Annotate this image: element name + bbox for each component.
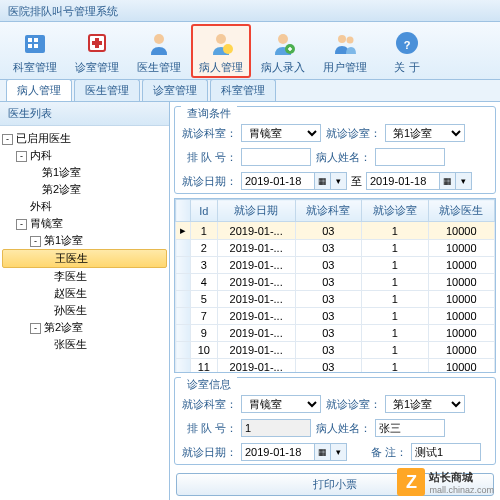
toolbar-about[interactable]: ? 关 于 xyxy=(377,24,437,78)
table-row[interactable]: 112019-01-...03110000 xyxy=(176,359,495,374)
collapse-icon[interactable]: - xyxy=(2,134,13,145)
svg-point-11 xyxy=(278,34,288,44)
tab-room[interactable]: 诊室管理 xyxy=(142,79,208,101)
tab-strip: 病人管理 医生管理 诊室管理 科室管理 xyxy=(0,80,500,102)
date-from-input[interactable] xyxy=(241,172,315,190)
tree-node[interactable]: 赵医生 xyxy=(2,285,167,302)
col-doctor[interactable]: 就诊医生 xyxy=(428,200,494,222)
tree-node[interactable]: 孙医生 xyxy=(2,302,167,319)
name-input[interactable] xyxy=(375,419,445,437)
queue-input[interactable] xyxy=(241,148,311,166)
table-row[interactable]: 102019-01-...03110000 xyxy=(176,342,495,359)
name-label: 病人姓名： xyxy=(315,421,371,436)
table-row[interactable]: 72019-01-...03110000 xyxy=(176,308,495,325)
cell: 1 xyxy=(362,240,428,257)
toolbar-label: 用户管理 xyxy=(323,60,367,75)
toolbar-label: 医生管理 xyxy=(137,60,181,75)
queue-input xyxy=(241,419,311,437)
table-row[interactable]: 92019-01-...03110000 xyxy=(176,325,495,342)
dept-select[interactable]: 胃镜室 xyxy=(241,395,321,413)
title-bar: 医院排队叫号管理系统 xyxy=(0,0,500,22)
cell: 1 xyxy=(362,325,428,342)
tree-node[interactable]: 张医生 xyxy=(2,336,167,353)
name-input[interactable] xyxy=(375,148,445,166)
cell: 1 xyxy=(362,291,428,308)
table-row[interactable]: 32019-01-...03110000 xyxy=(176,257,495,274)
cell: 03 xyxy=(295,257,361,274)
collapse-icon[interactable]: - xyxy=(16,219,27,230)
cell: 2019-01-... xyxy=(217,342,295,359)
cell: 03 xyxy=(295,291,361,308)
tree-node[interactable]: -第1诊室 xyxy=(2,232,167,249)
svg-rect-1 xyxy=(28,38,32,42)
cell: 10000 xyxy=(428,274,494,291)
tree-node[interactable]: 外科 xyxy=(2,198,167,215)
tree-node[interactable]: -胃镜室 xyxy=(2,215,167,232)
dropdown-icon[interactable]: ▾ xyxy=(331,443,347,461)
col-id[interactable]: Id xyxy=(191,200,218,222)
calendar-icon[interactable]: ▦ xyxy=(440,172,456,190)
cell: 10000 xyxy=(428,359,494,374)
tab-patient[interactable]: 病人管理 xyxy=(6,79,72,101)
date-input[interactable] xyxy=(241,443,315,461)
cell: 03 xyxy=(295,240,361,257)
svg-text:?: ? xyxy=(404,39,411,51)
tree-node[interactable]: -第2诊室 xyxy=(2,319,167,336)
toolbar-patient-mgmt[interactable]: 病人管理 xyxy=(191,24,251,78)
toolbar-label: 关 于 xyxy=(394,60,419,75)
dropdown-icon[interactable]: ▾ xyxy=(331,172,347,190)
dept-select[interactable]: 胃镜室 xyxy=(241,124,321,142)
svg-point-14 xyxy=(347,36,354,43)
row-marker xyxy=(176,240,191,257)
tree-node[interactable]: -内科 xyxy=(2,147,167,164)
dropdown-icon[interactable]: ▾ xyxy=(456,172,472,190)
toolbar-user-mgmt[interactable]: 用户管理 xyxy=(315,24,375,78)
tree-root[interactable]: -已启用医生 xyxy=(2,130,167,147)
left-panel-title: 医生列表 xyxy=(0,102,169,126)
doctor-tree[interactable]: -已启用医生 -内科 第1诊室 第2诊室 外科 -胃镜室 -第1诊室 王医生 李… xyxy=(0,126,169,500)
toolbar-patient-entry[interactable]: 病人录入 xyxy=(253,24,313,78)
table-row[interactable]: 22019-01-...03110000 xyxy=(176,240,495,257)
tab-dept[interactable]: 科室管理 xyxy=(210,79,276,101)
room-label: 就诊诊室： xyxy=(325,126,381,141)
cell: 03 xyxy=(295,274,361,291)
to-label: 至 xyxy=(351,174,362,189)
svg-point-9 xyxy=(216,34,226,44)
cell: 10000 xyxy=(428,325,494,342)
toolbar-room-mgmt[interactable]: 诊室管理 xyxy=(67,24,127,78)
date-to-input[interactable] xyxy=(366,172,440,190)
tree-node[interactable]: 李医生 xyxy=(2,268,167,285)
tree-node[interactable]: 第1诊室 xyxy=(2,164,167,181)
cell: 5 xyxy=(191,291,218,308)
calendar-icon[interactable]: ▦ xyxy=(315,443,331,461)
tree-node-selected[interactable]: 王医生 xyxy=(2,249,167,268)
remark-label: 备 注： xyxy=(351,445,407,460)
date-label: 就诊日期： xyxy=(181,174,237,189)
table-row[interactable]: 42019-01-...03110000 xyxy=(176,274,495,291)
col-room[interactable]: 就诊诊室 xyxy=(362,200,428,222)
svg-rect-4 xyxy=(34,44,38,48)
calendar-icon[interactable]: ▦ xyxy=(315,172,331,190)
collapse-icon[interactable]: - xyxy=(16,151,27,162)
remark-input[interactable] xyxy=(411,443,481,461)
table-row[interactable]: ▸12019-01-...03110000 xyxy=(176,222,495,240)
table-row[interactable]: 52019-01-...03110000 xyxy=(176,291,495,308)
cell: 2019-01-... xyxy=(217,291,295,308)
data-grid[interactable]: Id 就诊日期 就诊科室 就诊诊室 就诊医生 ▸12019-01-...0311… xyxy=(174,198,496,373)
detail-group: 诊室信息 就诊科室： 胃镜室 就诊诊室： 第1诊室 排 队 号： 病人姓名： 就… xyxy=(174,377,496,465)
row-marker xyxy=(176,359,191,374)
toolbar-doctor-mgmt[interactable]: 医生管理 xyxy=(129,24,189,78)
tab-doctor[interactable]: 医生管理 xyxy=(74,79,140,101)
users-icon xyxy=(330,28,360,58)
room-select[interactable]: 第1诊室 xyxy=(385,395,465,413)
queue-label: 排 队 号： xyxy=(181,150,237,165)
col-dept[interactable]: 就诊科室 xyxy=(295,200,361,222)
svg-point-10 xyxy=(223,44,233,54)
toolbar-dept-mgmt[interactable]: 科室管理 xyxy=(5,24,65,78)
col-date[interactable]: 就诊日期 xyxy=(217,200,295,222)
cell: 2019-01-... xyxy=(217,359,295,374)
collapse-icon[interactable]: - xyxy=(30,323,41,334)
tree-node[interactable]: 第2诊室 xyxy=(2,181,167,198)
collapse-icon[interactable]: - xyxy=(30,236,41,247)
room-select[interactable]: 第1诊室 xyxy=(385,124,465,142)
